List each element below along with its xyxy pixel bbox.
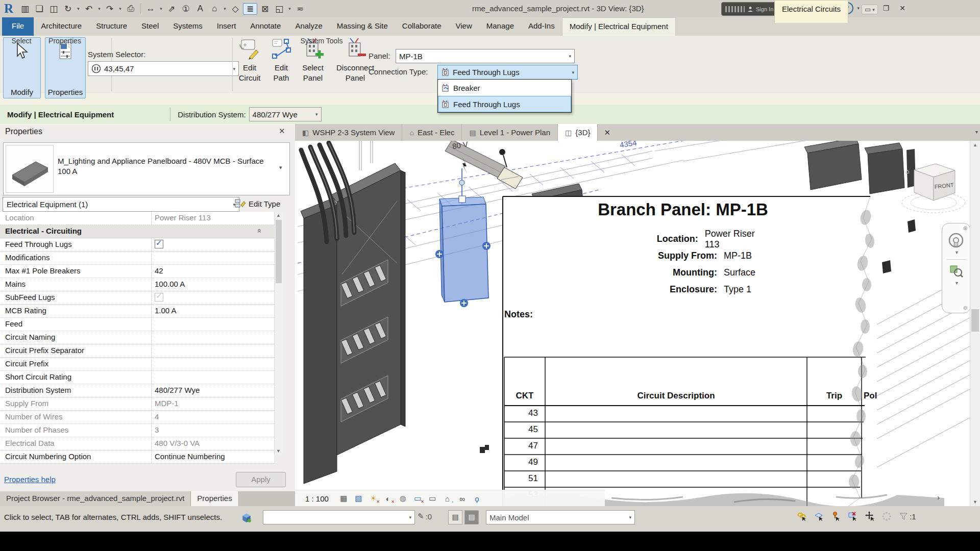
select-by-face-icon[interactable] [848, 511, 858, 521]
crop-region-icon[interactable]: ▭ [427, 494, 438, 503]
separator[interactable] [140, 4, 141, 14]
chevron-down-icon[interactable]: ▼ [954, 281, 959, 286]
property-row[interactable]: MCB Rating 1.00 A [0, 305, 274, 318]
edit-type-button[interactable]: Edit Type [235, 196, 293, 211]
ribbon-tab[interactable]: View [449, 17, 479, 36]
steering-wheel-icon[interactable] [947, 232, 965, 249]
dropdown-caret[interactable]: ▾ [287, 6, 292, 11]
ribbon-tab[interactable]: Add-Ins [521, 17, 562, 36]
chevron-down-icon[interactable]: ▼ [954, 250, 959, 255]
property-value[interactable] [152, 252, 274, 264]
select-pinned-icon[interactable] [831, 511, 841, 521]
workset-button[interactable]: ▤ [464, 510, 479, 524]
instance-selector-dropdown[interactable]: Electrical Equipment (1) ▾ [3, 197, 239, 212]
sun-path-off-icon[interactable]: ☀✕ [368, 494, 379, 503]
ribbon-tab[interactable]: Architecture [34, 17, 89, 36]
property-value[interactable]: 4 [152, 411, 274, 423]
ribbon-tab[interactable]: File [2, 17, 34, 36]
worksharing-display-button[interactable]: ▤ [448, 510, 462, 524]
apply-button[interactable]: Apply [236, 472, 286, 487]
close-hidden-windows-icon[interactable]: ⊠ [258, 4, 272, 14]
ribbon-tab[interactable]: Annotate [243, 17, 288, 36]
temporary-view-properties-icon[interactable]: ϙ [471, 494, 483, 503]
measure-icon[interactable]: ↔ [144, 4, 157, 14]
property-row[interactable]: Short Circuit Rating [0, 371, 274, 384]
panel-field[interactable]: MP-1B ▾ [396, 49, 575, 63]
property-row[interactable]: Distribution System 480/277 Wye [0, 384, 274, 397]
dropdown-option[interactable]: Feed Through Lugs [438, 96, 571, 112]
view-tab[interactable]: ⌂ East - Elec [402, 124, 462, 141]
property-row[interactable]: Mains 100.00 A [0, 278, 274, 291]
aligned-dimension-icon[interactable]: ⇗ [165, 4, 178, 14]
ribbon-tab[interactable]: Steel [134, 17, 166, 36]
property-value[interactable] [152, 358, 274, 370]
ribbon-tab[interactable]: Structure [89, 17, 134, 36]
view-tab[interactable]: ◫ {3D} [558, 124, 598, 141]
property-value[interactable]: Power Riser 113 [152, 212, 274, 224]
property-value[interactable] [152, 318, 274, 331]
property-value[interactable]: Continue Numbering [152, 450, 274, 463]
collapse-ribbon-icon[interactable]: ≂ [293, 4, 307, 14]
ribbon-tab[interactable]: Manage [479, 17, 521, 36]
property-row[interactable]: Feed [0, 318, 274, 331]
redo-icon[interactable]: ↷ [103, 4, 116, 14]
ribbon-display-toggle[interactable]: ▭▾ [862, 5, 878, 14]
ribbon-tab[interactable]: Massing & Site [330, 17, 395, 36]
tab-electrical-circuits[interactable]: Electrical Circuits [774, 0, 848, 23]
editable-only-indicator[interactable]: ✎:0 [418, 512, 432, 521]
sync-icon[interactable]: ↻ [61, 4, 75, 14]
dropdown-caret[interactable]: ▾ [158, 6, 164, 11]
connection-type-dropdown[interactable]: Feed Through Lugs ▾ [437, 65, 578, 80]
close-view-icon[interactable]: ✕ [598, 124, 617, 141]
property-value[interactable]: 480/277 Wye [152, 384, 274, 397]
zoom-region-icon[interactable] [949, 263, 964, 279]
save-icon[interactable]: ◫ [47, 4, 60, 14]
property-value[interactable]: 3 [152, 424, 274, 437]
dropdown-caret[interactable]: ▾ [76, 6, 81, 11]
ribbon-tab[interactable]: Systems [166, 17, 210, 36]
shadows-off-icon[interactable]: ◐✕ [382, 494, 394, 503]
property-value[interactable]: MDP-1 [152, 397, 274, 410]
text-icon[interactable]: A [193, 4, 207, 14]
property-row[interactable]: Location Power Riser 113 [0, 212, 274, 225]
distribution-system-dropdown[interactable]: 480/277 Wye ▾ [249, 107, 322, 121]
property-value[interactable] [152, 371, 274, 384]
drawing-area[interactable]: FRONT ⌂ Branch Panel: MP-1B Location: Po… [295, 141, 980, 506]
pan-right-icon[interactable]: › [937, 493, 940, 502]
property-value[interactable] [152, 331, 274, 344]
dropdown-caret[interactable]: ▾ [96, 6, 102, 11]
filter-icon[interactable] [898, 511, 909, 521]
property-value[interactable]: 100.00 A [152, 278, 274, 291]
design-options-dropdown[interactable]: ▾ [263, 510, 415, 524]
ribbon-tab[interactable]: Insert [210, 17, 243, 36]
view-tab[interactable]: ◧ WSHP 2-3 System View [295, 124, 402, 141]
restore-button[interactable]: ❐ [880, 4, 892, 12]
property-row[interactable]: SubFeed Lugs [0, 291, 274, 305]
ribbon-tab[interactable]: Analyze [288, 17, 329, 36]
tile-windows-icon[interactable]: ◱ [273, 4, 286, 14]
property-row[interactable]: Number of Wires 4 [0, 411, 274, 424]
close-icon[interactable]: ✕ [279, 127, 285, 136]
properties-button[interactable]: Properties [45, 37, 86, 98]
property-row[interactable]: Number of Phases 3 [0, 424, 274, 437]
scroll-up-icon[interactable]: ▲ [276, 213, 281, 218]
detail-level-icon[interactable]: ▦ [338, 494, 350, 503]
dropdown-option[interactable]: Breaker [438, 80, 571, 96]
ribbon-tab[interactable]: Collaborate [395, 17, 449, 36]
undo-icon[interactable]: ↶ [82, 4, 95, 14]
tag-icon[interactable]: ① [179, 4, 192, 14]
property-row[interactable]: Circuit Prefix Separator [0, 344, 274, 358]
open-icon[interactable]: ❏ [33, 4, 46, 14]
property-value[interactable] [152, 291, 274, 304]
property-row[interactable]: Supply From MDP-1 [0, 397, 274, 411]
view-tab-list-caret-icon[interactable]: ▾ [975, 129, 978, 135]
properties-panel-label[interactable]: Properties [45, 37, 85, 45]
drag-on-selection-icon[interactable] [865, 511, 875, 521]
default-3d-view-icon[interactable]: ⌂ [208, 4, 221, 14]
dropdown-caret[interactable]: ▾ [117, 6, 123, 11]
property-value[interactable]: 42 [152, 265, 274, 278]
dropdown-caret[interactable]: ▾ [222, 6, 228, 11]
close-button[interactable]: ✕ [896, 4, 909, 12]
chevron-down-icon[interactable]: ▾ [279, 164, 282, 171]
modify-button[interactable]: Modify [3, 37, 41, 98]
